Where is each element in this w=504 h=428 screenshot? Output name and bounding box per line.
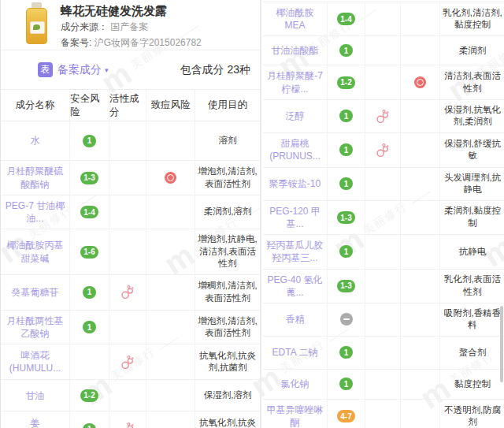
ingredient-row[interactable]: PEG-40 氢化蓖...1-3乳化剂,表面活性剂 [263,270,504,303]
active-ingredient-cell [109,380,146,411]
safety-risk-cell [328,303,365,336]
ingredient-row[interactable]: PEG-120 甲基...1-3柔润剂,黏度控制 [263,201,504,235]
acne-risk-cell [401,65,440,99]
safety-score-badge: 1 [83,286,96,299]
usage-purpose: 乳化剂,表面活性剂 [440,270,504,303]
safety-risk-cell: 1-2 [328,65,365,99]
ingredient-name-link[interactable]: 甲基异噻唑啉酮 [263,400,328,428]
active-ingredient-cell [109,121,146,160]
ingredient-row[interactable]: 甘油油酸酯1柔润剂 [263,36,504,65]
ingredient-name-link[interactable]: 月桂醇聚醚硫酸酯钠 [1,161,70,195]
ingredient-name-link[interactable]: 泛醇 [263,100,328,132]
usage-purpose: 溶剂 [195,121,260,160]
chevron-down-icon[interactable]: ▾ [105,66,109,74]
active-ingredient-cell [365,400,401,428]
ingredient-table-screen: m美丽修行——m美丽修行——m美丽修行——m美丽修行——m美丽修行——m美丽修行… [0,0,504,428]
ingredient-row[interactable]: EDTA 二钠1螯合剂 [263,337,504,370]
ingredient-row[interactable]: 聚季铵盐-101头发调理剂,抗静电 [263,168,504,201]
ingredient-row[interactable]: 月桂酰两性基乙酸钠1增泡剂,清洁剂,表面活性剂 [1,311,260,344]
scrollbar-thumb[interactable] [500,306,503,382]
column-header: 致痘风险 [146,90,195,121]
ingredient-name-link[interactable]: PEG-120 甲基... [263,201,328,234]
registration-row: 备案号: 沪G妆网备字2015026782 [61,37,260,50]
safety-risk-cell: 1 [328,337,365,369]
active-ingredient-cell [365,2,401,35]
safety-score-badge: 1 [339,378,353,390]
ingredient-row[interactable]: 氯化钠1黏度控制 [263,370,504,400]
ingredient-row[interactable]: 椰油酰胺 MEA1-4乳化剂,清洁剂,黏度控制 [263,2,504,36]
active-ingredient-icon [376,109,391,124]
ingredient-row[interactable]: 香精吸附剂,香精香料 [263,303,504,337]
safety-risk-cell: 1-3 [328,201,365,234]
section-title[interactable]: 备案成分 [57,63,102,77]
ingredient-count: 包含成分 23种 [180,63,250,77]
acne-risk-cell [146,275,195,310]
safety-score-badge: 1 [339,110,353,122]
ingredient-name-link[interactable]: 月桂醇聚醚-7 柠檬... [263,65,328,99]
ingredient-row[interactable]: 月桂醇聚醚-7 柠檬...1-2清洁剂,表面活性剂 [263,65,504,99]
ingredient-name-link[interactable]: PEG-40 氢化蓖... [263,270,328,303]
safety-score-badge: 1-2 [80,389,98,402]
ingredient-row[interactable]: 羟丙基瓜儿胶羟丙基三...1抗静电 [263,235,504,269]
acne-risk-cell [146,121,195,160]
ingredient-name-link[interactable]: 聚季铵盐-10 [263,168,328,200]
ingredient-row[interactable]: 椰油酰胺丙基甜菜碱1-6增泡剂,抗静电,清洁剂,表面活性剂 [1,229,260,275]
ingredient-row[interactable]: 月桂醇聚醚硫酸酯钠1-3增泡剂,清洁剂,表面活性剂 [1,161,260,195]
ingredient-name-link[interactable]: 椰油酰胺丙基甜菜碱 [1,229,70,274]
ingredient-name-link[interactable]: 啤酒花 (HUMULU... [1,344,70,379]
acne-risk-cell [401,168,440,200]
safety-risk-cell [70,344,109,379]
ingredient-row[interactable]: 甜扁桃 (PRUNUS...1保湿剂,舒缓抗敏 [263,133,504,168]
column-header: 使用目的 [195,90,260,121]
acne-risk-cell [401,400,440,428]
ingredient-row[interactable]: 甲基异噻唑啉酮4-7不透明剂,防腐剂 [263,400,504,428]
safety-score-badge: 4-7 [337,410,354,422]
ingredient-name-link[interactable]: 水 [1,121,70,160]
safety-risk-cell: 1 [328,133,365,167]
column-header: 成分名称 [1,90,70,121]
ingredient-name-link[interactable]: 甘油 [1,380,70,411]
usage-purpose: 柔润剂 [440,36,504,65]
ingredient-name-link[interactable]: 氯化钠 [263,370,328,399]
ingredient-name-link[interactable]: PEG-7 甘油椰油... [1,195,70,229]
product-thumbnail[interactable] [24,2,50,44]
acne-risk-icon [165,172,176,184]
ingredient-name-link[interactable]: 月桂酰两性基乙酸钠 [1,311,70,344]
acne-risk-cell [401,303,440,336]
ingredient-row[interactable]: 甘油1-2保湿剂,溶剂 [1,380,260,411]
ingredient-name-link[interactable]: 姜(ZINGIBER... [1,411,70,428]
ingredient-row[interactable]: 泛醇1保湿剂,抗氧化剂,柔润剂 [263,100,504,133]
product-title: 蜂花无硅健发洗发露 [61,4,260,18]
ingredient-name-link[interactable]: 羟丙基瓜儿胶羟丙基三... [263,235,328,268]
usage-purpose: 螯合剂 [440,337,504,369]
ingredient-name-link[interactable]: 椰油酰胺 MEA [263,2,328,35]
left-panel: 蜂花无硅健发洗发露 成分来源： 国产备案 备案号: 沪G妆网备字20150267… [1,0,261,428]
usage-purpose: 不透明剂,防腐剂 [440,400,504,428]
source-value: 国产备案 [110,21,148,32]
ingredient-name-link[interactable]: 甜扁桃 (PRUNUS... [263,133,328,167]
active-ingredient-cell [109,311,146,344]
acne-risk-cell [146,195,195,229]
safety-score-badge: 1 [339,245,353,258]
safety-score-badge: 1 [339,143,353,156]
safety-risk-cell: 1 [328,100,365,132]
active-ingredient-cell [365,337,401,369]
acne-risk-cell [401,370,440,399]
ingredient-name-link[interactable]: EDTA 二钠 [263,337,328,369]
ingredient-row[interactable]: 啤酒花 (HUMULU...抗氧化剂,抗炎剂,抗菌剂 [1,344,260,380]
active-ingredient-cell [109,195,146,229]
ingredient-name-link[interactable]: 香精 [263,303,328,336]
active-ingredient-cell [365,270,401,303]
acne-risk-cell [146,311,195,344]
ingredient-row[interactable]: 癸基葡糖苷1增稠剂,清洁剂,表面活性剂 [1,275,260,311]
safety-risk-cell: 1-2 [70,380,109,411]
safety-risk-cell: 1-6 [70,229,109,274]
active-ingredient-cell [365,36,401,65]
ingredient-row[interactable]: 水1溶剂 [1,121,260,161]
ingredient-row[interactable]: PEG-7 甘油椰油...1-4柔润剂,溶剂 [1,195,260,229]
table-view-badge[interactable]: 表 [38,62,53,77]
ingredient-name-link[interactable]: 甘油油酸酯 [263,36,328,65]
ingredient-name-link[interactable]: 癸基葡糖苷 [1,275,70,310]
ingredient-row[interactable]: 姜(ZINGIBER...1抗氧化剂,抗炎剂,皮肤调理剂 [1,411,260,428]
usage-purpose: 增泡剂,清洁剂,表面活性剂 [195,161,260,195]
